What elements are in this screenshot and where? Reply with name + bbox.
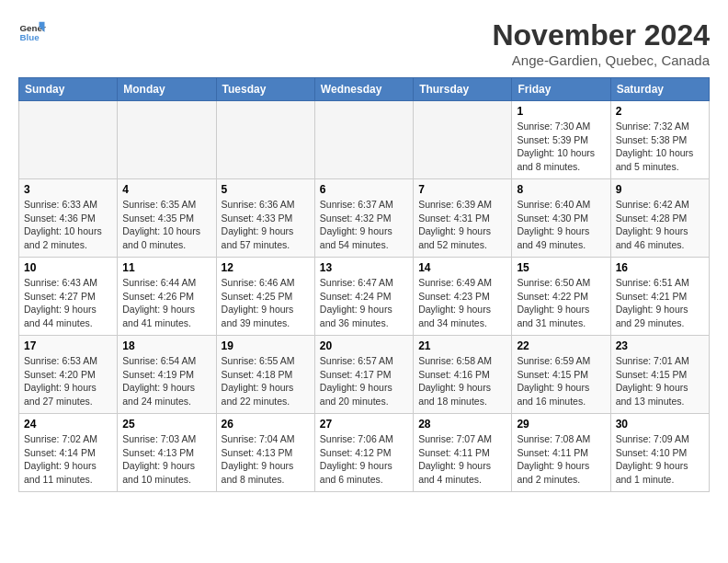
calendar-cell: 13Sunrise: 6:47 AMSunset: 4:24 PMDayligh… bbox=[314, 258, 413, 336]
calendar-cell bbox=[314, 101, 413, 179]
day-detail: Sunrise: 6:46 AMSunset: 4:25 PMDaylight:… bbox=[222, 276, 310, 330]
day-detail: Sunrise: 7:06 AMSunset: 4:12 PMDaylight:… bbox=[320, 432, 408, 487]
calendar-cell: 20Sunrise: 6:57 AMSunset: 4:17 PMDayligh… bbox=[314, 336, 413, 414]
logo-icon: General Blue bbox=[18, 18, 46, 46]
calendar-header-row: SundayMondayTuesdayWednesdayThursdayFrid… bbox=[19, 78, 710, 101]
calendar-cell: 9Sunrise: 6:42 AMSunset: 4:28 PMDaylight… bbox=[610, 179, 709, 258]
calendar-cell bbox=[414, 101, 512, 179]
day-number: 24 bbox=[24, 418, 112, 431]
day-number: 1 bbox=[517, 105, 605, 118]
day-number: 30 bbox=[616, 418, 704, 431]
day-number: 26 bbox=[222, 418, 310, 431]
calendar-cell: 7Sunrise: 6:39 AMSunset: 4:31 PMDaylight… bbox=[414, 179, 512, 258]
day-number: 3 bbox=[24, 183, 112, 196]
calendar-week-row: 17Sunrise: 6:53 AMSunset: 4:20 PMDayligh… bbox=[19, 336, 710, 414]
day-number: 7 bbox=[418, 183, 506, 196]
day-number: 12 bbox=[222, 261, 310, 274]
day-number: 15 bbox=[517, 261, 605, 274]
calendar-cell: 8Sunrise: 6:40 AMSunset: 4:30 PMDaylight… bbox=[512, 179, 610, 258]
calendar-cell: 5Sunrise: 6:36 AMSunset: 4:33 PMDaylight… bbox=[216, 179, 314, 258]
logo: General Blue bbox=[18, 18, 46, 46]
calendar-cell: 28Sunrise: 7:07 AMSunset: 4:11 PMDayligh… bbox=[414, 414, 512, 492]
calendar-week-row: 10Sunrise: 6:43 AMSunset: 4:27 PMDayligh… bbox=[19, 258, 710, 336]
svg-text:Blue: Blue bbox=[20, 32, 40, 42]
calendar-cell: 14Sunrise: 6:49 AMSunset: 4:23 PMDayligh… bbox=[414, 258, 512, 336]
calendar-cell: 25Sunrise: 7:03 AMSunset: 4:13 PMDayligh… bbox=[118, 414, 216, 492]
day-number: 28 bbox=[418, 418, 506, 431]
calendar-cell: 16Sunrise: 6:51 AMSunset: 4:21 PMDayligh… bbox=[610, 258, 709, 336]
calendar-cell: 10Sunrise: 6:43 AMSunset: 4:27 PMDayligh… bbox=[19, 258, 118, 336]
calendar-header-monday: Monday bbox=[118, 78, 216, 101]
day-detail: Sunrise: 6:57 AMSunset: 4:17 PMDaylight:… bbox=[320, 354, 408, 408]
calendar-cell bbox=[19, 101, 118, 179]
day-number: 10 bbox=[24, 261, 112, 274]
calendar-cell: 22Sunrise: 6:59 AMSunset: 4:15 PMDayligh… bbox=[512, 336, 610, 414]
day-number: 23 bbox=[616, 339, 704, 352]
day-number: 25 bbox=[122, 418, 210, 431]
day-number: 29 bbox=[517, 418, 605, 431]
calendar-cell: 6Sunrise: 6:37 AMSunset: 4:32 PMDaylight… bbox=[314, 179, 413, 258]
calendar-cell: 18Sunrise: 6:54 AMSunset: 4:19 PMDayligh… bbox=[118, 336, 216, 414]
day-number: 4 bbox=[122, 183, 210, 196]
day-detail: Sunrise: 7:32 AMSunset: 5:38 PMDaylight:… bbox=[616, 120, 704, 174]
day-detail: Sunrise: 7:07 AMSunset: 4:11 PMDaylight:… bbox=[418, 432, 506, 487]
calendar-cell: 17Sunrise: 6:53 AMSunset: 4:20 PMDayligh… bbox=[19, 336, 118, 414]
calendar-week-row: 24Sunrise: 7:02 AMSunset: 4:14 PMDayligh… bbox=[19, 414, 710, 492]
calendar-header-wednesday: Wednesday bbox=[314, 78, 413, 101]
calendar-cell: 23Sunrise: 7:01 AMSunset: 4:15 PMDayligh… bbox=[610, 336, 709, 414]
day-detail: Sunrise: 6:55 AMSunset: 4:18 PMDaylight:… bbox=[222, 354, 310, 408]
calendar-cell: 27Sunrise: 7:06 AMSunset: 4:12 PMDayligh… bbox=[314, 414, 413, 492]
day-number: 18 bbox=[122, 339, 210, 352]
calendar-cell: 11Sunrise: 6:44 AMSunset: 4:26 PMDayligh… bbox=[118, 258, 216, 336]
calendar-cell: 2Sunrise: 7:32 AMSunset: 5:38 PMDaylight… bbox=[610, 101, 709, 179]
day-number: 13 bbox=[320, 261, 408, 274]
calendar-cell: 24Sunrise: 7:02 AMSunset: 4:14 PMDayligh… bbox=[19, 414, 118, 492]
calendar-cell: 15Sunrise: 6:50 AMSunset: 4:22 PMDayligh… bbox=[512, 258, 610, 336]
day-number: 27 bbox=[320, 418, 408, 431]
day-detail: Sunrise: 6:58 AMSunset: 4:16 PMDaylight:… bbox=[418, 354, 506, 408]
day-number: 16 bbox=[616, 261, 704, 274]
day-number: 19 bbox=[222, 339, 310, 352]
day-detail: Sunrise: 6:39 AMSunset: 4:31 PMDaylight:… bbox=[418, 198, 506, 252]
calendar-header-tuesday: Tuesday bbox=[216, 78, 314, 101]
day-number: 17 bbox=[24, 339, 112, 352]
day-number: 22 bbox=[517, 339, 605, 352]
day-detail: Sunrise: 6:54 AMSunset: 4:19 PMDaylight:… bbox=[122, 354, 210, 408]
day-number: 9 bbox=[616, 183, 704, 196]
day-detail: Sunrise: 6:35 AMSunset: 4:35 PMDaylight:… bbox=[122, 198, 210, 252]
calendar-cell: 3Sunrise: 6:33 AMSunset: 4:36 PMDaylight… bbox=[19, 179, 118, 258]
calendar-week-row: 1Sunrise: 7:30 AMSunset: 5:39 PMDaylight… bbox=[19, 101, 710, 179]
day-detail: Sunrise: 6:40 AMSunset: 4:30 PMDaylight:… bbox=[517, 198, 605, 252]
day-detail: Sunrise: 6:50 AMSunset: 4:22 PMDaylight:… bbox=[517, 276, 605, 330]
calendar-header-friday: Friday bbox=[512, 78, 610, 101]
calendar-cell: 1Sunrise: 7:30 AMSunset: 5:39 PMDaylight… bbox=[512, 101, 610, 179]
calendar-cell: 26Sunrise: 7:04 AMSunset: 4:13 PMDayligh… bbox=[216, 414, 314, 492]
day-detail: Sunrise: 6:36 AMSunset: 4:33 PMDaylight:… bbox=[222, 198, 310, 252]
day-detail: Sunrise: 6:53 AMSunset: 4:20 PMDaylight:… bbox=[24, 354, 112, 408]
calendar-cell: 29Sunrise: 7:08 AMSunset: 4:11 PMDayligh… bbox=[512, 414, 610, 492]
day-number: 6 bbox=[320, 183, 408, 196]
calendar-cell: 12Sunrise: 6:46 AMSunset: 4:25 PMDayligh… bbox=[216, 258, 314, 336]
calendar-header-thursday: Thursday bbox=[414, 78, 512, 101]
day-number: 11 bbox=[122, 261, 210, 274]
day-detail: Sunrise: 6:44 AMSunset: 4:26 PMDaylight:… bbox=[122, 276, 210, 330]
calendar-cell: 21Sunrise: 6:58 AMSunset: 4:16 PMDayligh… bbox=[414, 336, 512, 414]
calendar-week-row: 3Sunrise: 6:33 AMSunset: 4:36 PMDaylight… bbox=[19, 179, 710, 258]
calendar-header-saturday: Saturday bbox=[610, 78, 709, 101]
calendar-cell: 30Sunrise: 7:09 AMSunset: 4:10 PMDayligh… bbox=[610, 414, 709, 492]
day-number: 21 bbox=[418, 339, 506, 352]
day-detail: Sunrise: 6:33 AMSunset: 4:36 PMDaylight:… bbox=[24, 198, 112, 252]
calendar-table: SundayMondayTuesdayWednesdayThursdayFrid… bbox=[18, 77, 710, 492]
day-detail: Sunrise: 6:59 AMSunset: 4:15 PMDaylight:… bbox=[517, 354, 605, 408]
day-detail: Sunrise: 6:47 AMSunset: 4:24 PMDaylight:… bbox=[320, 276, 408, 330]
day-detail: Sunrise: 6:43 AMSunset: 4:27 PMDaylight:… bbox=[24, 276, 112, 330]
title-block: November 2024 Ange-Gardien, Quebec, Cana… bbox=[492, 18, 710, 68]
calendar-header-sunday: Sunday bbox=[19, 78, 118, 101]
day-detail: Sunrise: 7:01 AMSunset: 4:15 PMDaylight:… bbox=[616, 354, 704, 408]
day-detail: Sunrise: 7:02 AMSunset: 4:14 PMDaylight:… bbox=[24, 432, 112, 487]
day-detail: Sunrise: 7:30 AMSunset: 5:39 PMDaylight:… bbox=[517, 120, 605, 174]
day-number: 14 bbox=[418, 261, 506, 274]
day-number: 8 bbox=[517, 183, 605, 196]
day-detail: Sunrise: 7:09 AMSunset: 4:10 PMDaylight:… bbox=[616, 432, 704, 487]
month-title: November 2024 bbox=[492, 18, 710, 52]
